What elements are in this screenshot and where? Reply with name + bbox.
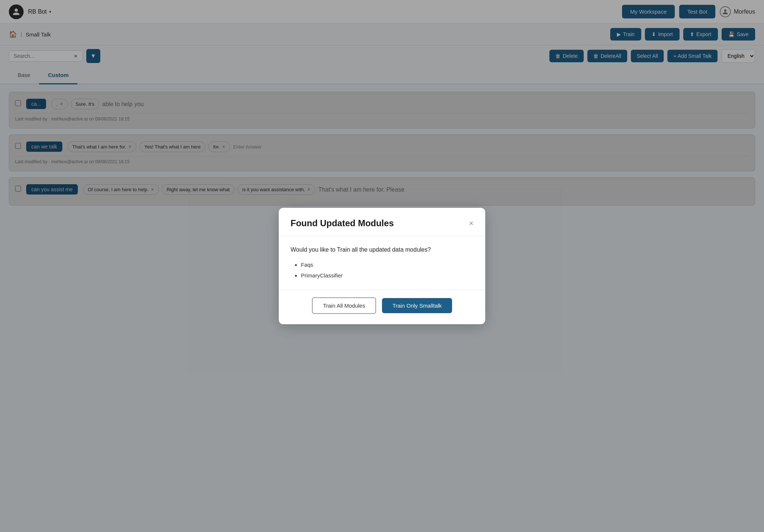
modal-question: Would you like to Train all the updated …: [291, 246, 473, 253]
modal-overlay[interactable]: Found Updated Modules × Would you like t…: [0, 0, 764, 532]
list-item: Faqs: [301, 260, 473, 270]
train-all-modules-button[interactable]: Train All Modules: [312, 297, 376, 314]
modal-modules-list: Faqs PrimaryClassifier: [291, 260, 473, 281]
modal-dialog: Found Updated Modules × Would you like t…: [279, 208, 485, 324]
modal-title: Found Updated Modules: [291, 218, 394, 228]
modal-footer: Train All Modules Train Only Smalltalk: [279, 290, 485, 324]
modal-close-button[interactable]: ×: [469, 220, 473, 227]
list-item: PrimaryClassifier: [301, 270, 473, 281]
modal-header: Found Updated Modules ×: [279, 208, 485, 236]
modal-body: Would you like to Train all the updated …: [279, 236, 485, 290]
train-only-smalltalk-button[interactable]: Train Only Smalltalk: [382, 298, 452, 313]
